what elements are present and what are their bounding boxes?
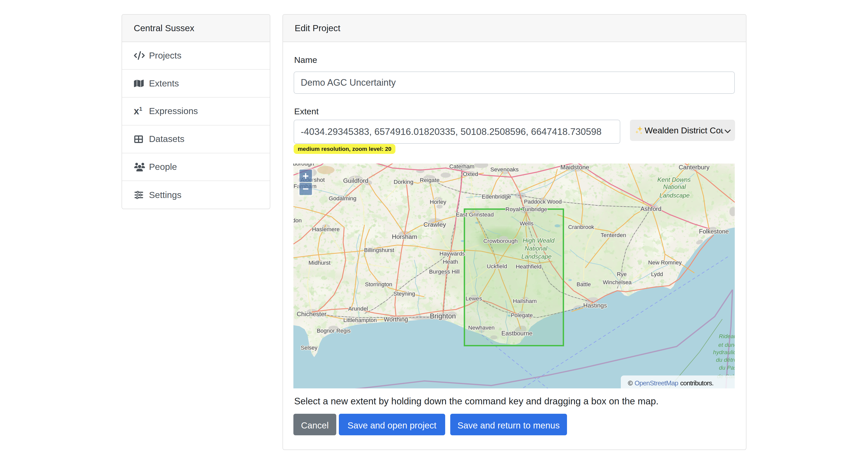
svg-text:Bordon: Bordon — [293, 217, 302, 224]
svg-text:Chichester: Chichester — [297, 310, 327, 317]
svg-text:Selsey: Selsey — [301, 344, 317, 351]
svg-text:Wells: Wells — [520, 220, 534, 227]
svg-text:Tenterden: Tenterden — [601, 232, 626, 238]
svg-text:Farnborough: Farnborough — [293, 164, 314, 167]
svg-text:Godalming: Godalming — [329, 195, 356, 202]
svg-text:Lewes: Lewes — [466, 295, 482, 302]
svg-text:Guildford: Guildford — [343, 177, 369, 184]
svg-text:Newhaven: Newhaven — [468, 325, 495, 331]
svg-text:Heath: Heath — [443, 259, 458, 265]
svg-text:Storrington: Storrington — [365, 281, 392, 288]
svg-text:du détroit: du détroit — [716, 357, 735, 363]
svg-text:et dune: et dune — [718, 342, 735, 348]
svg-text:Midhurst: Midhurst — [309, 260, 331, 266]
svg-text:Heathfield: Heathfield — [516, 263, 541, 270]
svg-text:Sevenoaks: Sevenoaks — [490, 166, 519, 173]
svg-text:Oxted: Oxted — [463, 171, 478, 177]
svg-text:New Romney: New Romney — [648, 259, 682, 266]
svg-text:Steyning: Steyning — [393, 291, 415, 297]
svg-text:Winchelsea: Winchelsea — [603, 279, 632, 286]
svg-text:Bognor Regis: Bognor Regis — [317, 328, 351, 334]
svg-text:Haslemere: Haslemere — [312, 226, 340, 232]
svg-text:Folkestone: Folkestone — [699, 228, 729, 235]
svg-text:Paddock Wood: Paddock Wood — [524, 199, 562, 205]
svg-text:Hailsham: Hailsham — [513, 298, 537, 304]
svg-text:Canterbury: Canterbury — [679, 164, 710, 171]
svg-text:Haywards: Haywards — [440, 250, 465, 257]
svg-text:Horsham: Horsham — [392, 233, 417, 240]
svg-text:Edenbridge: Edenbridge — [482, 194, 511, 200]
svg-text:Rye: Rye — [617, 271, 627, 277]
svg-text:Worthing: Worthing — [384, 316, 408, 323]
svg-text:du Pas: du Pas — [719, 365, 735, 371]
svg-text:East Grinstead: East Grinstead — [456, 211, 494, 218]
svg-text:Kent Downs: Kent Downs — [657, 176, 691, 183]
svg-text:National: National — [525, 245, 548, 252]
svg-text:Crowborough: Crowborough — [484, 238, 518, 244]
svg-text:Uckfield: Uckfield — [487, 263, 507, 269]
svg-text:Littlehampton: Littlehampton — [343, 317, 377, 323]
svg-text:Rideau: Rideau — [719, 333, 735, 339]
svg-text:Arundel: Arundel — [348, 305, 368, 312]
svg-text:Battle: Battle — [577, 281, 591, 288]
svg-text:Lydd: Lydd — [651, 271, 663, 277]
svg-text:Landscape: Landscape — [522, 253, 552, 260]
svg-text:Eastbourne: Eastbourne — [501, 330, 533, 337]
svg-text:Ashford: Ashford — [641, 205, 662, 212]
svg-text:Polegate: Polegate — [511, 312, 533, 319]
svg-text:Caterham: Caterham — [450, 164, 475, 170]
svg-text:National: National — [663, 183, 686, 190]
svg-text:Hastings: Hastings — [584, 302, 607, 309]
svg-text:Cranbrook: Cranbrook — [568, 224, 595, 230]
svg-text:hydraulique: hydraulique — [713, 349, 735, 356]
svg-text:Maidstone: Maidstone — [560, 164, 589, 171]
svg-text:Dorking: Dorking — [394, 179, 413, 185]
svg-text:Horley: Horley — [430, 199, 447, 205]
svg-text:High Weald: High Weald — [523, 237, 555, 244]
svg-text:Crawley: Crawley — [424, 221, 446, 228]
svg-text:Royal Tunbridge: Royal Tunbridge — [505, 206, 547, 212]
svg-text:Landscape: Landscape — [660, 192, 690, 199]
svg-text:Burgess Hill: Burgess Hill — [429, 268, 460, 275]
svg-text:Billingshurst: Billingshurst — [364, 247, 394, 253]
svg-text:Brighton: Brighton — [430, 312, 456, 320]
svg-text:Reigate: Reigate — [420, 177, 440, 183]
